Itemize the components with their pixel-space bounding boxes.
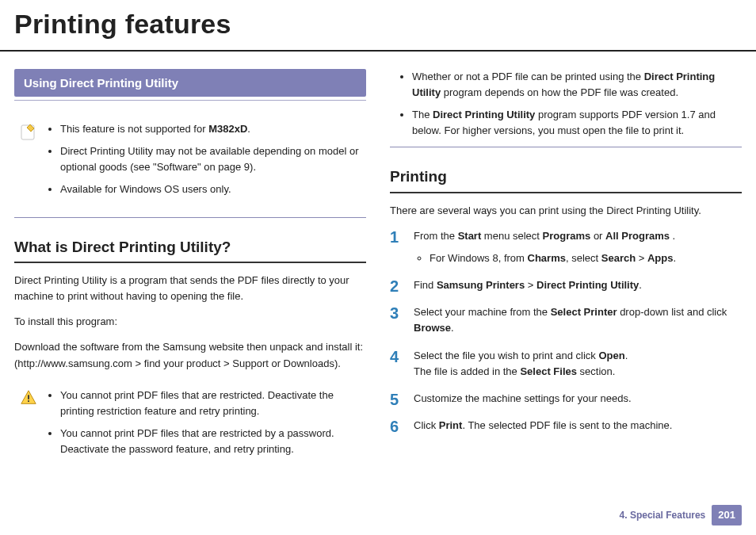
warning-note-block: You cannot print PDF files that are rest… (14, 381, 366, 472)
body-paragraph: To install this program: (14, 314, 366, 330)
what-is-heading: What is Direct Printing Utility? (14, 235, 366, 263)
svg-rect-2 (28, 400, 29, 402)
chapter-label: 4. Special Features (620, 508, 706, 523)
step-item: Click Print. The selected PDF file is se… (390, 418, 742, 434)
list-item: This feature is not supported for M382xD… (60, 121, 363, 137)
list-item: You cannot print PDF files that are rest… (60, 426, 363, 457)
step-item: From the Start menu select Programs or A… (390, 228, 742, 266)
list-item: You cannot print PDF files that are rest… (60, 388, 363, 419)
step-item: Customize the machine settings for your … (390, 391, 742, 407)
top-note-list: Whether or not a PDF file can be printed… (390, 69, 742, 139)
list-item: Whether or not a PDF file can be printed… (412, 69, 742, 101)
left-column: Using Direct Printing Utility This featu… (14, 69, 366, 472)
section-banner: Using Direct Printing Utility (14, 69, 366, 97)
banner-rule (14, 100, 366, 101)
note-icon (17, 121, 40, 142)
info-note-list: This feature is not supported for M382xD… (48, 121, 363, 204)
svg-rect-1 (28, 395, 29, 399)
list-item: Available for Windows OS users only. (60, 182, 363, 197)
printing-heading: Printing (390, 165, 742, 193)
steps-list: From the Start menu select Programs or A… (390, 228, 742, 434)
info-note-block: This feature is not supported for M382xD… (14, 115, 366, 212)
page-number: 201 (712, 505, 742, 525)
body-paragraph: Download the software from the Samsung w… (14, 339, 366, 371)
list-item: The Direct Printing Utility program supp… (412, 107, 742, 139)
separator (390, 147, 742, 147)
warning-icon (17, 388, 40, 407)
list-item: For Windows 8, from Charms, select Searc… (430, 250, 742, 266)
step-item: Select the file you wish to print and cl… (390, 348, 742, 380)
warning-note-list: You cannot print PDF files that are rest… (48, 388, 363, 464)
separator (14, 217, 366, 218)
body-paragraph: Direct Printing Utility is a program tha… (14, 273, 366, 304)
step-item: Select your machine from the Select Prin… (390, 304, 742, 336)
right-column: Whether or not a PDF file can be printed… (390, 69, 742, 472)
page-footer: 4. Special Features 201 (620, 505, 742, 525)
step-item: Find Samsung Printers > Direct Printing … (390, 277, 742, 293)
step-sublist: For Windows 8, from Charms, select Searc… (414, 250, 742, 266)
body-paragraph: There are several ways you can print usi… (390, 203, 742, 219)
page-title: Printing features (0, 0, 756, 52)
list-item: Direct Printing Utility may not be avail… (60, 143, 363, 175)
